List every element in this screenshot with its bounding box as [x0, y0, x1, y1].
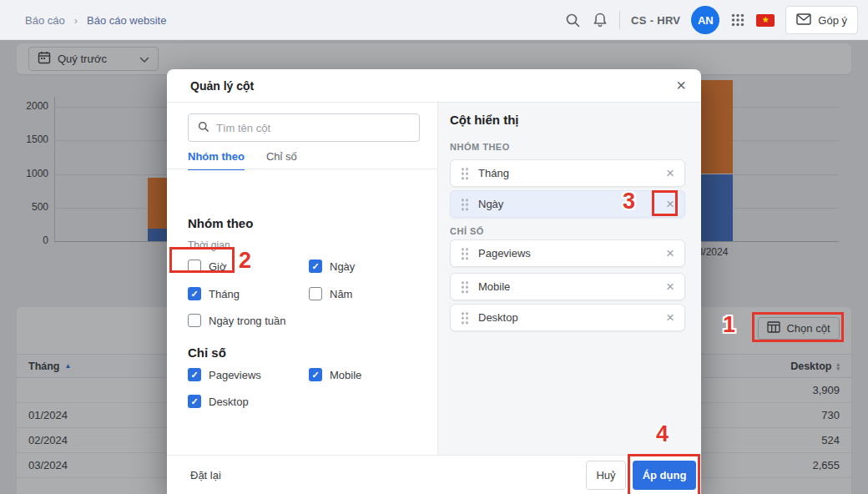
drag-handle-icon[interactable] — [461, 280, 469, 294]
checkbox-ngay[interactable]: ✓ Ngày — [309, 260, 355, 273]
column-card-ngay[interactable]: Ngày × — [450, 190, 685, 218]
visible-columns-panel: Cột hiển thị NHÓM THEO Tháng × Ngày × CH… — [437, 103, 701, 455]
group-by-heading: Nhóm theo — [188, 216, 253, 230]
checkbox-box: ✓ — [309, 260, 322, 273]
checkbox-thang[interactable]: ✓ Tháng — [188, 287, 240, 300]
tab-metrics[interactable]: Chỉ số — [266, 150, 297, 170]
drag-handle-icon[interactable] — [461, 247, 469, 260]
modal-tabs: Nhóm theo Chỉ số — [188, 150, 297, 170]
checkbox-box: ✓ — [309, 368, 322, 381]
checkbox-box: ✓ — [188, 395, 201, 408]
org-label: CS - HRV — [631, 14, 680, 27]
topbar-divider — [619, 11, 620, 29]
tab-group-by[interactable]: Nhóm theo — [188, 150, 245, 170]
notifications-bell-icon[interactable] — [592, 12, 608, 28]
modal-footer: Đặt lại Huỷ Áp dụng — [167, 455, 701, 494]
column-card-desktop[interactable]: Desktop × — [450, 304, 685, 331]
checkbox-desktop[interactable]: ✓ Desktop — [188, 395, 249, 408]
annotation-box-1 — [752, 312, 844, 342]
breadcrumb: Báo cáo › Báo cáo website — [25, 0, 166, 40]
modal-title: Quản lý cột — [190, 69, 254, 103]
column-card-pageviews[interactable]: Pageviews × — [450, 239, 685, 267]
checkbox-box: ✓ — [188, 368, 201, 381]
vietnam-flag-icon[interactable]: ★ — [756, 14, 775, 27]
checkbox-box — [188, 314, 201, 327]
drag-handle-icon[interactable] — [461, 198, 469, 211]
remove-column-icon[interactable]: × — [666, 246, 674, 260]
modal-left-panel: Nhóm theo Chỉ số Nhóm theo Thời gian Giờ… — [167, 103, 437, 455]
remove-column-icon[interactable]: × — [666, 166, 674, 180]
breadcrumb-website-report[interactable]: Báo cáo website — [87, 14, 166, 27]
drag-handle-icon[interactable] — [461, 167, 469, 180]
column-search-input[interactable] — [216, 122, 411, 134]
feedback-button[interactable]: Góp ý — [785, 6, 858, 34]
group-label-chi-so: CHỈ SỐ — [450, 226, 484, 236]
tabs-divider — [167, 169, 437, 169]
checkbox-ngay-trong-tuan[interactable]: Ngày trong tuần — [188, 314, 286, 327]
topbar: Báo cáo › Báo cáo website CS - HRV AN ★ … — [0, 0, 868, 40]
close-icon[interactable]: × — [676, 76, 686, 95]
search-icon — [197, 120, 209, 136]
checkbox-pageviews[interactable]: ✓ Pageviews — [188, 368, 261, 381]
drag-handle-icon[interactable] — [461, 311, 469, 325]
annotation-box-2 — [169, 247, 235, 273]
cancel-button[interactable]: Huỷ — [586, 461, 626, 490]
column-search — [188, 113, 420, 142]
apps-grid-icon[interactable] — [730, 13, 745, 28]
search-icon[interactable] — [564, 12, 581, 28]
feedback-label: Góp ý — [818, 14, 847, 27]
annotation-box-3 — [652, 190, 678, 216]
breadcrumb-separator-icon: › — [74, 14, 78, 27]
remove-column-icon[interactable]: × — [666, 310, 674, 325]
reset-button[interactable]: Đặt lại — [190, 456, 221, 494]
annotation-step-1: 1 — [723, 312, 735, 338]
avatar[interactable]: AN — [691, 6, 719, 34]
annotation-step-3: 3 — [623, 189, 635, 214]
checkbox-box — [309, 287, 322, 300]
annotation-step-2: 2 — [239, 248, 251, 274]
modal-header: Quản lý cột × — [167, 69, 701, 103]
breadcrumb-reports[interactable]: Báo cáo — [25, 14, 65, 27]
remove-column-icon[interactable]: × — [666, 280, 674, 294]
checkbox-mobile[interactable]: ✓ Mobile — [309, 368, 361, 381]
metrics-heading: Chỉ số — [188, 345, 226, 360]
checkbox-nam[interactable]: Năm — [309, 287, 352, 300]
column-card-thang[interactable]: Tháng × — [450, 159, 685, 187]
annotation-box-4 — [628, 454, 700, 494]
visible-columns-heading: Cột hiển thị — [450, 113, 519, 127]
manage-columns-modal: Quản lý cột × Nhóm theo Chỉ số Nhóm theo… — [167, 69, 701, 494]
envelope-icon — [796, 13, 811, 28]
group-label-nhom-theo: NHÓM THEO — [450, 142, 510, 152]
annotation-step-4: 4 — [656, 421, 669, 447]
column-card-mobile[interactable]: Mobile × — [450, 273, 685, 300]
checkbox-box: ✓ — [188, 287, 201, 300]
